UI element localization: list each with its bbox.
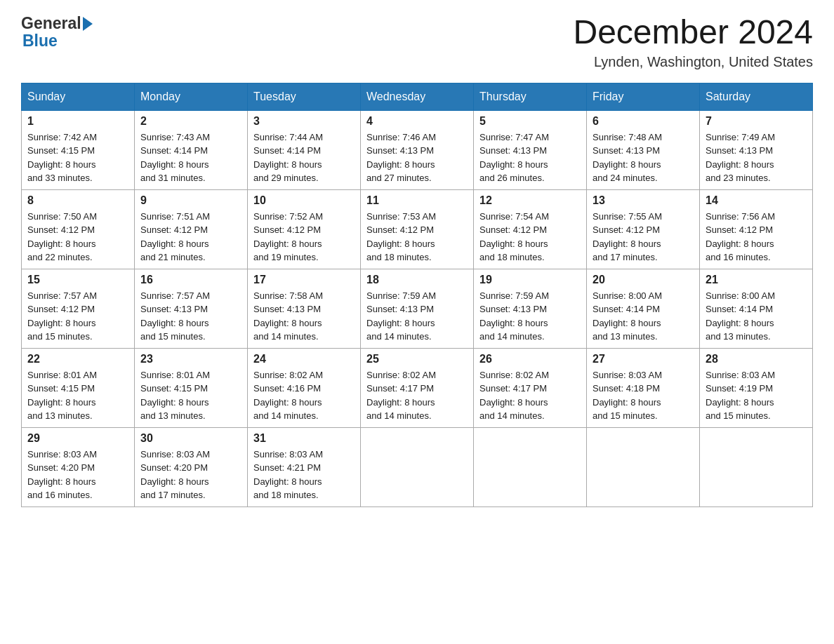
col-header-saturday: Saturday <box>700 83 813 110</box>
day-number: 10 <box>253 194 355 207</box>
day-number: 30 <box>140 432 241 445</box>
day-cell: 12Sunrise: 7:54 AMSunset: 4:12 PMDayligh… <box>474 189 587 269</box>
day-number: 29 <box>27 432 128 445</box>
calendar-header-row: SundayMondayTuesdayWednesdayThursdayFrid… <box>22 83 813 110</box>
day-number: 22 <box>27 353 128 365</box>
day-cell: 19Sunrise: 7:59 AMSunset: 4:13 PMDayligh… <box>474 269 587 348</box>
day-number: 9 <box>140 194 241 207</box>
title-block: December 2024 Lynden, Washington, United… <box>573 14 813 70</box>
day-number: 11 <box>366 194 468 207</box>
day-number: 15 <box>27 274 128 286</box>
day-number: 4 <box>366 115 468 128</box>
day-cell: 5Sunrise: 7:47 AMSunset: 4:13 PMDaylight… <box>474 110 587 189</box>
week-row-3: 15Sunrise: 7:57 AMSunset: 4:12 PMDayligh… <box>22 269 813 348</box>
day-info: Sunrise: 8:03 AMSunset: 4:20 PMDaylight:… <box>27 448 128 502</box>
day-info: Sunrise: 8:02 AMSunset: 4:17 PMDaylight:… <box>366 368 468 423</box>
day-info: Sunrise: 8:03 AMSunset: 4:19 PMDaylight:… <box>706 368 807 423</box>
day-info: Sunrise: 8:02 AMSunset: 4:17 PMDaylight:… <box>479 368 581 423</box>
day-cell: 1Sunrise: 7:42 AMSunset: 4:15 PMDaylight… <box>22 110 135 189</box>
day-number: 5 <box>479 115 581 128</box>
day-info: Sunrise: 8:02 AMSunset: 4:16 PMDaylight:… <box>253 368 355 423</box>
day-cell: 11Sunrise: 7:53 AMSunset: 4:12 PMDayligh… <box>361 189 474 269</box>
day-cell: 17Sunrise: 7:58 AMSunset: 4:13 PMDayligh… <box>248 269 361 348</box>
col-header-friday: Friday <box>587 83 700 110</box>
logo-general-text: General <box>21 14 81 33</box>
day-cell: 20Sunrise: 8:00 AMSunset: 4:14 PMDayligh… <box>587 269 700 348</box>
day-info: Sunrise: 8:01 AMSunset: 4:15 PMDaylight:… <box>140 368 241 423</box>
day-number: 18 <box>366 274 468 286</box>
day-number: 26 <box>479 353 581 365</box>
day-info: Sunrise: 7:59 AMSunset: 4:13 PMDaylight:… <box>479 289 581 344</box>
day-number: 12 <box>479 194 581 207</box>
day-cell: 21Sunrise: 8:00 AMSunset: 4:14 PMDayligh… <box>700 269 813 348</box>
day-info: Sunrise: 7:50 AMSunset: 4:12 PMDaylight:… <box>27 210 128 264</box>
day-info: Sunrise: 7:53 AMSunset: 4:12 PMDaylight:… <box>366 210 468 264</box>
day-cell: 24Sunrise: 8:02 AMSunset: 4:16 PMDayligh… <box>248 348 361 427</box>
day-info: Sunrise: 7:57 AMSunset: 4:12 PMDaylight:… <box>27 289 128 344</box>
logo-triangle-icon <box>83 17 93 31</box>
day-cell <box>587 427 700 507</box>
day-info: Sunrise: 7:59 AMSunset: 4:13 PMDaylight:… <box>366 289 468 344</box>
day-number: 21 <box>706 274 807 286</box>
day-info: Sunrise: 7:47 AMSunset: 4:13 PMDaylight:… <box>479 130 581 185</box>
calendar-table: SundayMondayTuesdayWednesdayThursdayFrid… <box>21 83 813 507</box>
logo-blue-text: Blue <box>21 32 58 51</box>
day-info: Sunrise: 7:56 AMSunset: 4:12 PMDaylight:… <box>706 210 807 264</box>
day-number: 3 <box>253 115 355 128</box>
day-number: 20 <box>593 274 694 286</box>
col-header-thursday: Thursday <box>474 83 587 110</box>
page-header: General Blue December 2024 Lynden, Washi… <box>21 14 813 70</box>
day-cell: 8Sunrise: 7:50 AMSunset: 4:12 PMDaylight… <box>22 189 135 269</box>
day-cell: 26Sunrise: 8:02 AMSunset: 4:17 PMDayligh… <box>474 348 587 427</box>
day-number: 17 <box>253 274 355 286</box>
day-number: 2 <box>140 115 241 128</box>
day-info: Sunrise: 8:03 AMSunset: 4:18 PMDaylight:… <box>593 368 694 423</box>
col-header-tuesday: Tuesday <box>248 83 361 110</box>
week-row-5: 29Sunrise: 8:03 AMSunset: 4:20 PMDayligh… <box>22 427 813 507</box>
day-cell: 3Sunrise: 7:44 AMSunset: 4:14 PMDaylight… <box>248 110 361 189</box>
day-cell: 30Sunrise: 8:03 AMSunset: 4:20 PMDayligh… <box>135 427 248 507</box>
day-info: Sunrise: 7:54 AMSunset: 4:12 PMDaylight:… <box>479 210 581 264</box>
day-number: 13 <box>593 194 694 207</box>
col-header-monday: Monday <box>135 83 248 110</box>
day-info: Sunrise: 7:43 AMSunset: 4:14 PMDaylight:… <box>140 130 241 185</box>
day-cell: 23Sunrise: 8:01 AMSunset: 4:15 PMDayligh… <box>135 348 248 427</box>
col-header-wednesday: Wednesday <box>361 83 474 110</box>
day-info: Sunrise: 7:57 AMSunset: 4:13 PMDaylight:… <box>140 289 241 344</box>
day-cell: 31Sunrise: 8:03 AMSunset: 4:21 PMDayligh… <box>248 427 361 507</box>
calendar-subtitle: Lynden, Washington, United States <box>573 54 813 70</box>
logo: General Blue <box>21 14 93 51</box>
day-number: 24 <box>253 353 355 365</box>
day-number: 25 <box>366 353 468 365</box>
day-info: Sunrise: 8:00 AMSunset: 4:14 PMDaylight:… <box>706 289 807 344</box>
day-info: Sunrise: 8:01 AMSunset: 4:15 PMDaylight:… <box>27 368 128 423</box>
day-info: Sunrise: 7:51 AMSunset: 4:12 PMDaylight:… <box>140 210 241 264</box>
day-number: 28 <box>706 353 807 365</box>
day-number: 31 <box>253 432 355 445</box>
day-number: 7 <box>706 115 807 128</box>
day-info: Sunrise: 7:44 AMSunset: 4:14 PMDaylight:… <box>253 130 355 185</box>
day-info: Sunrise: 7:46 AMSunset: 4:13 PMDaylight:… <box>366 130 468 185</box>
col-header-sunday: Sunday <box>22 83 135 110</box>
day-cell: 14Sunrise: 7:56 AMSunset: 4:12 PMDayligh… <box>700 189 813 269</box>
day-cell: 22Sunrise: 8:01 AMSunset: 4:15 PMDayligh… <box>22 348 135 427</box>
day-cell: 9Sunrise: 7:51 AMSunset: 4:12 PMDaylight… <box>135 189 248 269</box>
calendar-title: December 2024 <box>573 14 813 51</box>
day-info: Sunrise: 7:58 AMSunset: 4:13 PMDaylight:… <box>253 289 355 344</box>
day-cell: 2Sunrise: 7:43 AMSunset: 4:14 PMDaylight… <box>135 110 248 189</box>
day-info: Sunrise: 7:42 AMSunset: 4:15 PMDaylight:… <box>27 130 128 185</box>
day-info: Sunrise: 8:03 AMSunset: 4:20 PMDaylight:… <box>140 448 241 502</box>
day-cell: 15Sunrise: 7:57 AMSunset: 4:12 PMDayligh… <box>22 269 135 348</box>
day-cell: 16Sunrise: 7:57 AMSunset: 4:13 PMDayligh… <box>135 269 248 348</box>
day-info: Sunrise: 7:48 AMSunset: 4:13 PMDaylight:… <box>593 130 694 185</box>
day-cell: 18Sunrise: 7:59 AMSunset: 4:13 PMDayligh… <box>361 269 474 348</box>
day-number: 8 <box>27 194 128 207</box>
day-info: Sunrise: 8:00 AMSunset: 4:14 PMDaylight:… <box>593 289 694 344</box>
day-cell: 7Sunrise: 7:49 AMSunset: 4:13 PMDaylight… <box>700 110 813 189</box>
day-info: Sunrise: 7:52 AMSunset: 4:12 PMDaylight:… <box>253 210 355 264</box>
day-number: 19 <box>479 274 581 286</box>
week-row-1: 1Sunrise: 7:42 AMSunset: 4:15 PMDaylight… <box>22 110 813 189</box>
day-number: 14 <box>706 194 807 207</box>
day-cell: 4Sunrise: 7:46 AMSunset: 4:13 PMDaylight… <box>361 110 474 189</box>
day-cell: 28Sunrise: 8:03 AMSunset: 4:19 PMDayligh… <box>700 348 813 427</box>
